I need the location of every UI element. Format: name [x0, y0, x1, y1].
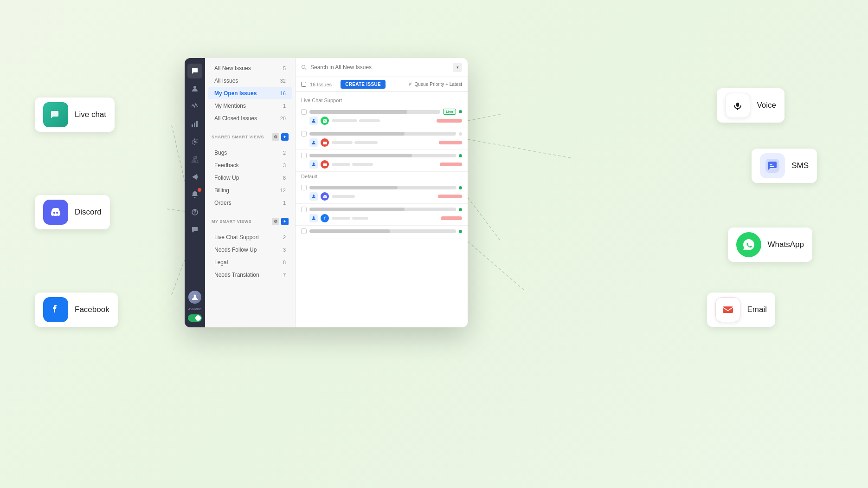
table-row[interactable]: Live: [296, 106, 468, 128]
agent-icon: [309, 138, 318, 147]
svg-point-22: [194, 295, 196, 297]
live-badge: Live: [443, 109, 456, 115]
user-avatar[interactable]: [188, 291, 201, 304]
channel-fb: [321, 214, 329, 222]
left-panel: All New Issues 5 All Issues 32 My Open I…: [205, 58, 296, 327]
issue-title-bar: [309, 132, 456, 136]
svg-point-18: [194, 141, 196, 143]
svg-point-31: [313, 163, 315, 164]
discord-card: Discord: [35, 195, 110, 229]
issue-meta-bars: [332, 163, 437, 166]
notification-badge: [198, 188, 201, 192]
livechat-label: Live chat: [75, 110, 106, 119]
email-card: Email: [707, 293, 775, 327]
table-row[interactable]: [296, 128, 468, 150]
meta-bar: [332, 119, 357, 122]
svg-line-3: [468, 197, 501, 241]
nav-bugs[interactable]: Bugs 2: [208, 147, 292, 159]
livechat-icon: [43, 102, 68, 127]
shared-views-settings[interactable]: ⚙: [272, 133, 279, 141]
nav-billing[interactable]: Billing 12: [208, 184, 292, 196]
sort-icon: [408, 82, 412, 87]
nav-chat[interactable]: [187, 222, 202, 237]
nav-follow-up[interactable]: Follow Up 8: [208, 172, 292, 184]
svg-rect-16: [194, 123, 195, 127]
shared-views-section: Bugs 2 Feedback 3 Follow Up 8 Billing 12…: [205, 143, 295, 213]
priority-bar: [441, 216, 462, 220]
issue-checkbox[interactable]: [301, 228, 307, 234]
issue-checkbox[interactable]: [301, 153, 307, 158]
nav-tools[interactable]: [187, 152, 202, 167]
nav-orders[interactable]: Orders 1: [208, 197, 292, 209]
issue-title-fill: [309, 132, 405, 136]
facebook-card: Facebook: [35, 293, 118, 327]
separator: ·: [335, 82, 337, 87]
status-dot: [459, 230, 462, 233]
status-dot: [459, 186, 462, 189]
issue-meta-bars: [332, 141, 436, 144]
app-container: Available All New Issues 5 All Issues 32…: [185, 58, 468, 327]
nav-all-closed-issues[interactable]: All Closed Issues 20: [208, 112, 292, 124]
issue-checkbox[interactable]: [301, 109, 307, 115]
my-views-add[interactable]: +: [281, 218, 289, 225]
nav-campaigns[interactable]: [187, 169, 202, 184]
search-filter-dropdown[interactable]: ▾: [453, 63, 462, 72]
sms-label: SMS: [791, 161, 809, 170]
nav-needs-follow-up[interactable]: Needs Follow Up 3: [208, 244, 292, 256]
issue-title-bar: [309, 186, 456, 189]
nav-legal[interactable]: Legal 8: [208, 256, 292, 268]
nav-contacts[interactable]: [187, 81, 202, 96]
voice-card: Voice: [717, 88, 784, 123]
issue-checkbox[interactable]: [301, 131, 307, 137]
issue-title-fill: [309, 229, 390, 233]
shared-views-add[interactable]: +: [281, 133, 289, 141]
agent-icon: [309, 192, 318, 201]
meta-bar: [332, 141, 353, 144]
nav-activity[interactable]: [187, 99, 202, 114]
nav-my-mentions[interactable]: My Mentions 1: [208, 100, 292, 112]
group-default: Default: [296, 172, 468, 182]
nav-analytics[interactable]: [187, 117, 202, 131]
nav-conversations[interactable]: [187, 64, 202, 78]
agent-icon: [309, 214, 318, 222]
issue-title-bar: [309, 154, 456, 157]
my-views-settings[interactable]: ⚙: [272, 218, 279, 225]
search-input[interactable]: [310, 64, 449, 71]
issue-checkbox[interactable]: [301, 207, 307, 212]
svg-point-34: [313, 216, 315, 218]
nav-my-open-issues[interactable]: My Open Issues 16: [208, 87, 292, 99]
nav-all-issues[interactable]: All Issues 32: [208, 75, 292, 87]
shared-views-header: SHARED SMART VIEWS ⚙ +: [205, 129, 295, 143]
channel-discord: [321, 192, 329, 201]
my-views-header: MY SMART VIEWS ⚙ +: [205, 213, 295, 227]
search-icon: [301, 65, 307, 70]
availability-toggle[interactable]: [188, 314, 202, 322]
status-dot: [459, 208, 462, 211]
table-row[interactable]: [296, 226, 468, 239]
issues-list: Live Chat Support Live: [296, 92, 468, 327]
nav-notifications[interactable]: [187, 187, 202, 202]
priority-bar: [439, 141, 462, 144]
issue-checkbox[interactable]: [301, 185, 307, 190]
select-all-checkbox[interactable]: [301, 82, 306, 87]
toolbar: 16 Issues · CREATE ISSUE Queue Priority …: [296, 77, 468, 92]
issue-title-fill: [309, 208, 405, 211]
nav-feedback[interactable]: Feedback 3: [208, 159, 292, 171]
available-label: Available: [188, 307, 201, 311]
nav-all-new-issues[interactable]: All New Issues 5: [208, 62, 292, 74]
nav-needs-translation[interactable]: Needs Translation 7: [208, 269, 292, 281]
table-row[interactable]: [296, 182, 468, 204]
svg-rect-30: [323, 142, 327, 144]
create-issue-button[interactable]: CREATE ISSUE: [341, 80, 386, 89]
table-row[interactable]: [296, 150, 468, 172]
nav-help[interactable]: [187, 205, 202, 220]
svg-point-29: [313, 141, 315, 143]
issues-count: 16 Issues: [310, 82, 332, 87]
my-views-actions: ⚙ +: [272, 218, 289, 225]
svg-rect-11: [770, 166, 774, 167]
issue-title-fill: [309, 110, 407, 114]
nav-settings[interactable]: [187, 134, 202, 149]
sms-icon: [760, 153, 785, 178]
table-row[interactable]: [296, 204, 468, 226]
nav-live-chat-support[interactable]: Live Chat Support 2: [208, 231, 292, 243]
